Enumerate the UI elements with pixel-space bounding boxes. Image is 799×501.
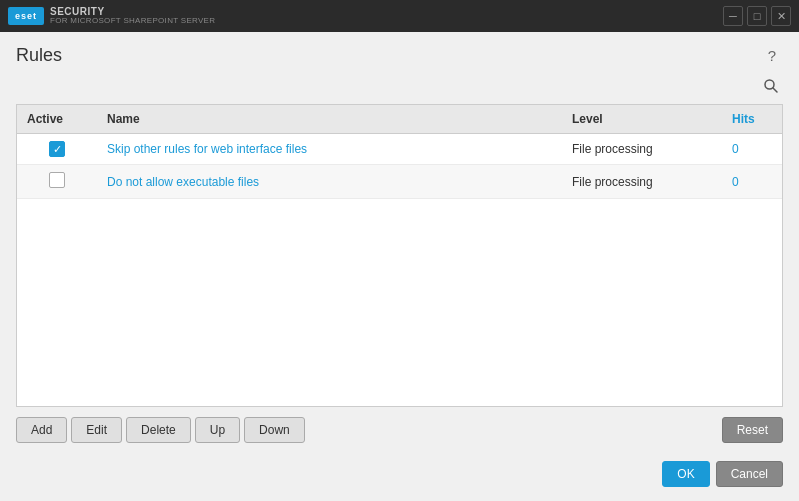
toolbar-right: Reset (722, 417, 783, 443)
titlebar: eset SECURITY FOR MICROSOFT SHAREPOINT S… (0, 0, 799, 32)
col-header-name: Name (97, 105, 562, 134)
cancel-button[interactable]: Cancel (716, 461, 783, 487)
bottom-toolbar: Add Edit Delete Up Down Reset (0, 407, 799, 453)
action-row: OK Cancel (0, 453, 799, 501)
logo-box: eset (8, 7, 44, 25)
search-button[interactable] (759, 74, 783, 98)
logo-text: eset (15, 11, 37, 21)
checkbox-checked[interactable]: ✓ (49, 141, 65, 157)
table-row[interactable]: Do not allow executable filesFile proces… (17, 165, 782, 199)
maximize-button[interactable]: □ (747, 6, 767, 26)
minimize-button[interactable]: ─ (723, 6, 743, 26)
titlebar-left: eset SECURITY FOR MICROSOFT SHAREPOINT S… (8, 6, 215, 26)
add-button[interactable]: Add (16, 417, 67, 443)
header-row: Active Name Level Hits (17, 105, 782, 134)
eset-logo: eset SECURITY FOR MICROSOFT SHAREPOINT S… (8, 6, 215, 26)
toolbar-left: Add Edit Delete Up Down (16, 417, 305, 443)
down-button[interactable]: Down (244, 417, 305, 443)
product-subtitle: FOR MICROSOFT SHAREPOINT SERVER (50, 17, 215, 26)
table-row[interactable]: ✓Skip other rules for web interface file… (17, 134, 782, 165)
cell-active[interactable] (17, 165, 97, 199)
cell-name: Skip other rules for web interface files (97, 134, 562, 165)
cell-hits: 0 (722, 134, 782, 165)
cell-hits: 0 (722, 165, 782, 199)
ok-button[interactable]: OK (662, 461, 709, 487)
help-icon[interactable]: ? (761, 44, 783, 66)
close-button[interactable]: ✕ (771, 6, 791, 26)
cell-level: File processing (562, 134, 722, 165)
titlebar-controls: ─ □ ✕ (723, 6, 791, 26)
cell-name: Do not allow executable files (97, 165, 562, 199)
table-header: Active Name Level Hits (17, 105, 782, 134)
rules-table: Active Name Level Hits ✓Skip other rules… (17, 105, 782, 199)
col-header-hits: Hits (722, 105, 782, 134)
col-header-level: Level (562, 105, 722, 134)
product-name: SECURITY FOR MICROSOFT SHAREPOINT SERVER (50, 6, 215, 26)
col-header-active: Active (17, 105, 97, 134)
rule-name-link[interactable]: Do not allow executable files (107, 175, 259, 189)
delete-button[interactable]: Delete (126, 417, 191, 443)
rules-table-container: Active Name Level Hits ✓Skip other rules… (16, 104, 783, 407)
table-body: ✓Skip other rules for web interface file… (17, 134, 782, 199)
edit-button[interactable]: Edit (71, 417, 122, 443)
checkbox-unchecked[interactable] (49, 172, 65, 188)
rules-dialog: Rules ? Active Name Level Hits ✓Ski (0, 32, 799, 501)
search-bar (0, 74, 799, 104)
svg-line-1 (773, 88, 777, 92)
page-title: Rules (16, 45, 62, 66)
hits-value: 0 (732, 175, 739, 189)
cell-active[interactable]: ✓ (17, 134, 97, 165)
rule-name-link[interactable]: Skip other rules for web interface files (107, 142, 307, 156)
hits-value: 0 (732, 142, 739, 156)
dialog-header: Rules ? (0, 32, 799, 74)
search-icon (763, 78, 779, 94)
reset-button[interactable]: Reset (722, 417, 783, 443)
cell-level: File processing (562, 165, 722, 199)
up-button[interactable]: Up (195, 417, 240, 443)
